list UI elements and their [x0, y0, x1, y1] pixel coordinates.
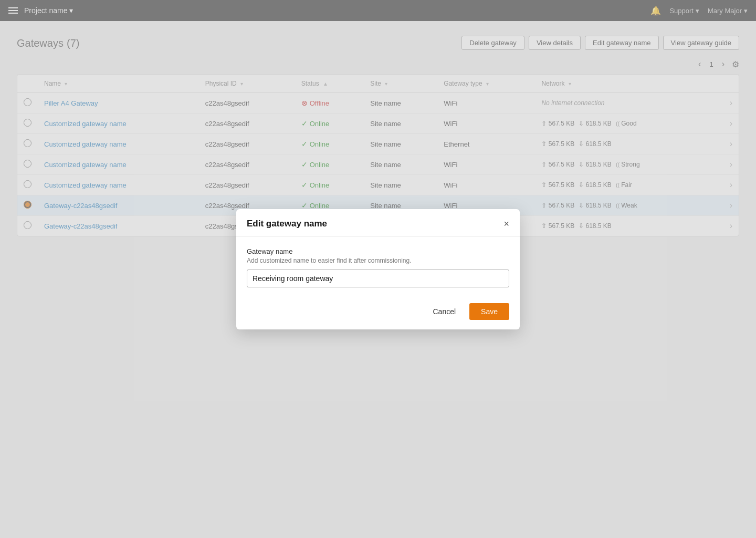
modal-header: Edit gateway name ×	[236, 209, 520, 237]
gateway-name-input[interactable]	[247, 270, 509, 287]
gateway-name-field-hint: Add customized name to easier find it af…	[247, 257, 509, 264]
edit-gateway-name-modal: Edit gateway name × Gateway name Add cus…	[236, 209, 520, 329]
gateway-name-field-label: Gateway name	[247, 247, 509, 255]
modal-close-button[interactable]: ×	[503, 219, 509, 229]
modal-body: Gateway name Add customized name to easi…	[236, 237, 520, 296]
cancel-button[interactable]: Cancel	[424, 304, 464, 319]
modal-footer: Cancel Save	[236, 296, 520, 329]
modal-overlay[interactable]: Edit gateway name × Gateway name Add cus…	[0, 0, 756, 538]
modal-title: Edit gateway name	[247, 219, 327, 229]
save-button[interactable]: Save	[469, 303, 509, 320]
